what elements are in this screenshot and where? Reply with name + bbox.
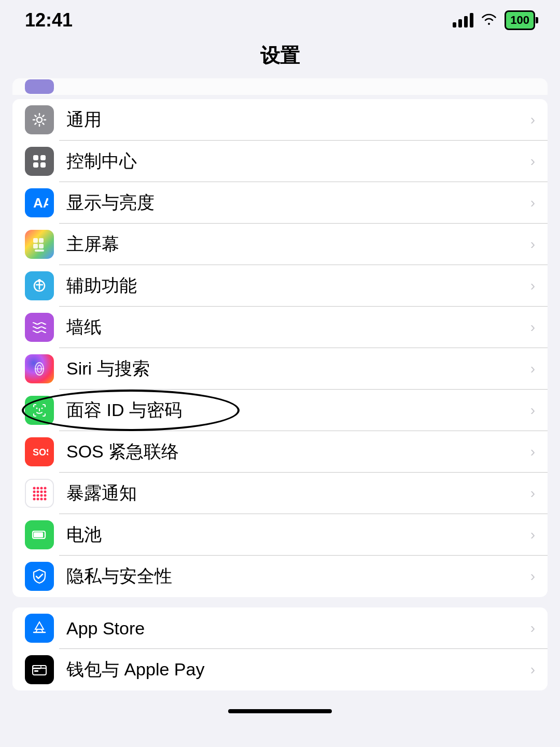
signal-icon bbox=[453, 13, 473, 27]
settings-item-siri[interactable]: Siri 与搜索 › bbox=[12, 348, 548, 390]
wallet-chevron: › bbox=[530, 661, 535, 678]
svg-point-35 bbox=[40, 498, 43, 501]
settings-item-control-center[interactable]: 控制中心 › bbox=[12, 141, 548, 182]
exposure-icon bbox=[25, 479, 54, 508]
status-icons: 100 bbox=[453, 10, 535, 30]
svg-rect-9 bbox=[39, 244, 44, 248]
settings-item-faceid[interactable]: 面容 ID 与密码 › bbox=[12, 390, 548, 431]
svg-point-34 bbox=[37, 498, 39, 501]
settings-item-exposure[interactable]: 暴露通知 › bbox=[12, 473, 548, 514]
svg-point-18 bbox=[36, 408, 38, 409]
svg-point-31 bbox=[40, 494, 43, 497]
svg-point-33 bbox=[33, 498, 36, 501]
status-bar: 12:41 100 bbox=[0, 0, 560, 36]
battery-chevron: › bbox=[530, 527, 535, 543]
wallpaper-icon bbox=[25, 313, 54, 342]
svg-point-26 bbox=[37, 491, 39, 493]
svg-rect-7 bbox=[39, 238, 44, 243]
exposure-label: 暴露通知 bbox=[66, 481, 526, 505]
battery-label: 电池 bbox=[66, 523, 526, 547]
siri-icon bbox=[25, 354, 54, 383]
svg-point-0 bbox=[37, 117, 42, 122]
exposure-chevron: › bbox=[530, 485, 535, 502]
wifi-icon bbox=[481, 12, 497, 29]
settings-item-battery[interactable]: 电池 › bbox=[12, 514, 548, 556]
partial-item bbox=[12, 78, 548, 95]
display-label: 显示与亮度 bbox=[66, 191, 526, 215]
battery-icon: 100 bbox=[505, 10, 535, 30]
accessibility-icon bbox=[25, 271, 54, 300]
control-center-chevron: › bbox=[530, 153, 535, 170]
faceid-label: 面容 ID 与密码 bbox=[66, 398, 526, 422]
display-chevron: › bbox=[530, 195, 535, 211]
wallet-label: 钱包与 Apple Pay bbox=[66, 658, 526, 682]
svg-point-21 bbox=[33, 487, 36, 490]
svg-point-22 bbox=[37, 487, 39, 490]
battery-settings-icon bbox=[25, 520, 54, 549]
appstore-chevron: › bbox=[530, 620, 535, 637]
homescreen-chevron: › bbox=[530, 236, 535, 253]
siri-label: Siri 与搜索 bbox=[66, 357, 526, 381]
display-icon: AA bbox=[25, 188, 54, 217]
svg-text:AA: AA bbox=[33, 195, 48, 211]
settings-item-appstore[interactable]: App Store › bbox=[12, 607, 548, 649]
svg-rect-1 bbox=[33, 155, 38, 160]
settings-item-privacy[interactable]: 隐私与安全性 › bbox=[12, 556, 548, 597]
svg-rect-39 bbox=[33, 666, 46, 675]
svg-rect-38 bbox=[34, 532, 43, 537]
settings-item-wallpaper[interactable]: 墙纸 › bbox=[12, 307, 548, 348]
general-icon bbox=[25, 105, 54, 134]
homescreen-icon bbox=[25, 230, 54, 259]
faceid-icon bbox=[25, 396, 54, 425]
svg-rect-4 bbox=[40, 162, 46, 168]
wallpaper-chevron: › bbox=[530, 319, 535, 336]
settings-item-general[interactable]: 通用 › bbox=[12, 99, 548, 141]
svg-point-36 bbox=[44, 498, 47, 501]
accessibility-chevron: › bbox=[530, 278, 535, 294]
wallpaper-label: 墙纸 bbox=[66, 315, 526, 339]
svg-rect-42 bbox=[34, 670, 38, 672]
page-title: 设置 bbox=[0, 36, 560, 78]
settings-item-display[interactable]: AA 显示与亮度 › bbox=[12, 182, 548, 224]
settings-item-sos[interactable]: SOS SOS 紧急联络 › bbox=[12, 431, 548, 473]
svg-point-19 bbox=[41, 408, 43, 409]
status-time: 12:41 bbox=[25, 9, 73, 31]
settings-item-accessibility[interactable]: 辅助功能 › bbox=[12, 265, 548, 307]
settings-group-2: App Store › 钱包与 Apple Pay › bbox=[12, 607, 548, 690]
general-label: 通用 bbox=[66, 108, 526, 132]
sos-chevron: › bbox=[530, 444, 535, 460]
svg-point-24 bbox=[44, 487, 47, 490]
control-center-label: 控制中心 bbox=[66, 149, 526, 173]
svg-rect-10 bbox=[35, 250, 44, 252]
home-bar bbox=[228, 709, 332, 713]
svg-rect-2 bbox=[40, 155, 46, 160]
appstore-icon bbox=[25, 614, 54, 643]
siri-chevron: › bbox=[530, 361, 535, 377]
svg-rect-8 bbox=[33, 244, 38, 248]
svg-point-23 bbox=[40, 487, 43, 490]
sos-label: SOS 紧急联络 bbox=[66, 440, 526, 464]
settings-group-1: 通用 › 控制中心 › AA 显示与亮度 › bbox=[12, 99, 548, 597]
privacy-icon bbox=[25, 562, 54, 591]
svg-point-30 bbox=[37, 494, 39, 497]
svg-point-28 bbox=[44, 491, 47, 493]
appstore-label: App Store bbox=[66, 618, 526, 639]
svg-rect-3 bbox=[33, 162, 38, 168]
svg-point-32 bbox=[44, 494, 47, 497]
homescreen-label: 主屏幕 bbox=[66, 232, 526, 256]
settings-item-wallet[interactable]: 钱包与 Apple Pay › bbox=[12, 649, 548, 690]
svg-text:SOS: SOS bbox=[33, 447, 48, 458]
privacy-chevron: › bbox=[530, 568, 535, 585]
settings-item-homescreen[interactable]: 主屏幕 › bbox=[12, 224, 548, 265]
faceid-chevron: › bbox=[530, 402, 535, 419]
svg-point-27 bbox=[40, 491, 43, 493]
wallet-icon bbox=[25, 655, 54, 684]
general-chevron: › bbox=[530, 112, 535, 128]
svg-point-29 bbox=[33, 494, 36, 497]
sos-icon: SOS bbox=[25, 437, 54, 466]
control-center-icon bbox=[25, 147, 54, 176]
privacy-label: 隐私与安全性 bbox=[66, 564, 526, 588]
svg-rect-6 bbox=[33, 238, 38, 243]
svg-point-25 bbox=[33, 491, 36, 493]
home-indicator bbox=[0, 701, 560, 718]
